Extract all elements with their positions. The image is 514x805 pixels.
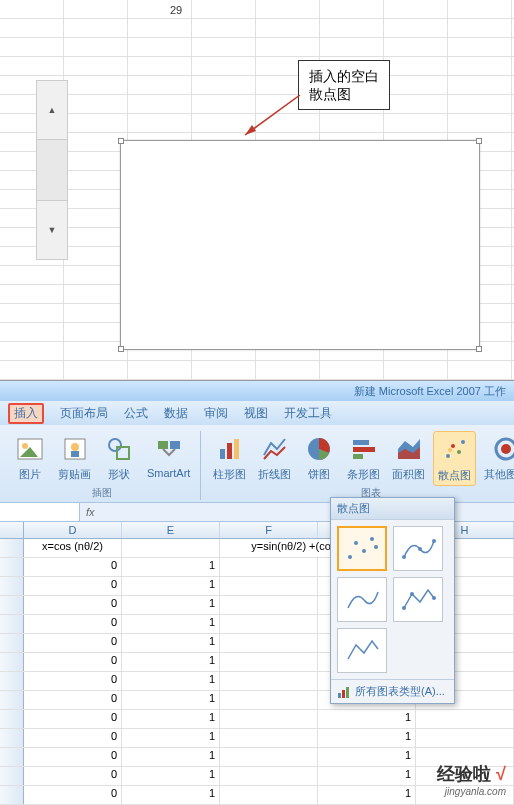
row-header[interactable] [0, 634, 24, 652]
cell[interactable]: 1 [122, 748, 220, 766]
scatter-smooth-lines[interactable] [337, 577, 387, 622]
cell[interactable]: 1 [122, 710, 220, 728]
scatter-markers-only[interactable] [337, 526, 387, 571]
cell[interactable] [122, 539, 220, 557]
tab-data[interactable]: 数据 [164, 405, 188, 422]
cell[interactable]: 1 [122, 767, 220, 785]
all-chart-types-button[interactable]: 所有图表类型(A)... [331, 679, 454, 703]
tab-review[interactable]: 审阅 [204, 405, 228, 422]
cell[interactable]: 1 [318, 710, 416, 728]
picture-button[interactable]: 图片 [10, 431, 50, 486]
cell[interactable] [220, 577, 318, 595]
cell[interactable]: 1 [122, 691, 220, 709]
column-chart-button[interactable]: 柱形图 [209, 431, 250, 486]
shapes-button[interactable]: 形状 [99, 431, 139, 486]
tab-insert[interactable]: 插入 [8, 403, 44, 424]
empty-chart-placeholder[interactable] [120, 140, 480, 350]
row-header[interactable] [0, 615, 24, 633]
cell[interactable]: 1 [318, 748, 416, 766]
cell[interactable]: 1 [122, 596, 220, 614]
cell[interactable]: 1 [122, 786, 220, 804]
cell[interactable] [220, 729, 318, 747]
row-header[interactable] [0, 577, 24, 595]
other-chart-button[interactable]: 其他图表 [480, 431, 514, 486]
cell[interactable]: 1 [122, 729, 220, 747]
line-chart-button[interactable]: 折线图 [254, 431, 295, 486]
cell[interactable]: 0 [24, 729, 122, 747]
row-header[interactable] [0, 767, 24, 785]
cell[interactable] [416, 729, 514, 747]
cell[interactable] [220, 558, 318, 576]
resize-handle[interactable] [118, 346, 124, 352]
cell[interactable]: 1 [122, 577, 220, 595]
row-header[interactable] [0, 748, 24, 766]
fx-label[interactable]: fx [80, 506, 101, 518]
cell[interactable]: 1 [122, 615, 220, 633]
row-header[interactable] [0, 786, 24, 804]
col-header-f[interactable]: F [220, 522, 318, 538]
cell[interactable] [220, 615, 318, 633]
row-header[interactable] [0, 710, 24, 728]
col-header-d[interactable]: D [24, 522, 122, 538]
row-header[interactable] [0, 596, 24, 614]
tab-view[interactable]: 视图 [244, 405, 268, 422]
cell[interactable]: 0 [24, 634, 122, 652]
cell[interactable] [220, 672, 318, 690]
cell[interactable]: 0 [24, 767, 122, 785]
cell[interactable]: 0 [24, 615, 122, 633]
scroll-down-button[interactable]: ▼ [36, 200, 68, 260]
area-chart-button[interactable]: 面积图 [388, 431, 429, 486]
tab-page-layout[interactable]: 页面布局 [60, 405, 108, 422]
cell[interactable]: 0 [24, 786, 122, 804]
cell[interactable]: 0 [24, 653, 122, 671]
row-header[interactable] [0, 691, 24, 709]
formula-cell-d[interactable]: x=cos (nθ/2) [24, 539, 122, 557]
scatter-chart-button[interactable]: 散点图 [433, 431, 476, 486]
cell[interactable]: 1 [318, 729, 416, 747]
pie-chart-button[interactable]: 饼图 [299, 431, 339, 486]
row-header[interactable] [0, 653, 24, 671]
name-box[interactable] [0, 503, 80, 521]
cell[interactable] [416, 710, 514, 728]
cell[interactable]: 0 [24, 748, 122, 766]
col-header-e[interactable]: E [122, 522, 220, 538]
row-header[interactable] [0, 558, 24, 576]
cell[interactable]: 0 [24, 710, 122, 728]
smartart-button[interactable]: SmartArt [143, 431, 194, 486]
cell[interactable]: 0 [24, 672, 122, 690]
clipart-button[interactable]: 剪贴画 [54, 431, 95, 486]
cell[interactable]: 1 [122, 653, 220, 671]
cell[interactable] [220, 786, 318, 804]
scroll-up-button[interactable]: ▲ [36, 80, 68, 140]
scatter-straight-lines[interactable] [337, 628, 387, 673]
cell[interactable] [220, 691, 318, 709]
resize-handle[interactable] [476, 138, 482, 144]
bar-chart-button[interactable]: 条形图 [343, 431, 384, 486]
cell[interactable]: 0 [24, 577, 122, 595]
cell[interactable] [220, 596, 318, 614]
row-header[interactable] [0, 539, 24, 557]
cell[interactable]: 1 [122, 558, 220, 576]
row-header[interactable] [0, 672, 24, 690]
cell[interactable]: 0 [24, 691, 122, 709]
cell[interactable]: 1 [122, 634, 220, 652]
scatter-smooth-markers[interactable] [393, 526, 443, 571]
scatter-straight-markers[interactable] [393, 577, 443, 622]
cell[interactable]: 1 [318, 786, 416, 804]
cell[interactable] [220, 748, 318, 766]
resize-handle[interactable] [476, 346, 482, 352]
tab-formulas[interactable]: 公式 [124, 405, 148, 422]
cell[interactable] [220, 710, 318, 728]
select-all-corner[interactable] [0, 522, 24, 538]
cell[interactable] [220, 767, 318, 785]
cell[interactable]: 0 [24, 596, 122, 614]
cell[interactable]: 1 [122, 672, 220, 690]
resize-handle[interactable] [118, 138, 124, 144]
cell[interactable] [220, 634, 318, 652]
tab-developer[interactable]: 开发工具 [284, 405, 332, 422]
row-header[interactable] [0, 729, 24, 747]
cell[interactable] [220, 653, 318, 671]
cell[interactable]: 1 [318, 767, 416, 785]
scroll-track[interactable] [36, 140, 68, 200]
cell[interactable]: 0 [24, 558, 122, 576]
